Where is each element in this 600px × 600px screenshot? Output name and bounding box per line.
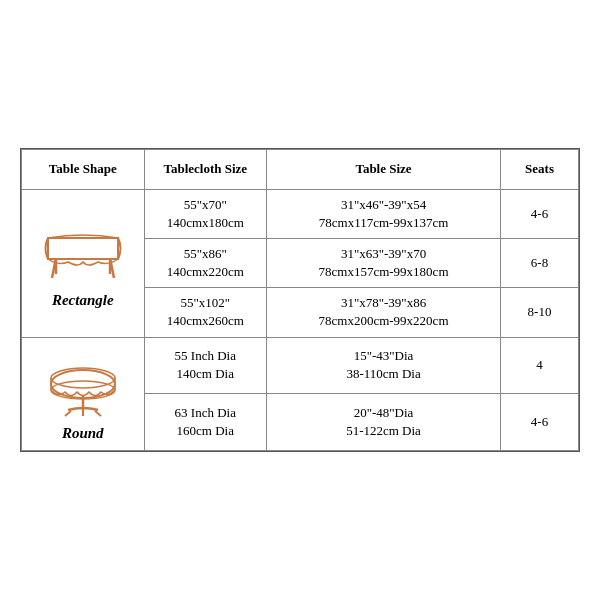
main-table: Table Shape Tablecloth Size Table Size S… — [20, 148, 580, 451]
cloth-size-cell: 55 Inch Dia 140cm Dia — [144, 337, 267, 394]
header-size: Table Size — [267, 150, 501, 189]
header-seats: Seats — [501, 150, 579, 189]
table-size-cell: 31"x46"-39"x54 78cmx117cm-99x137cm — [267, 189, 501, 238]
table-size-cell: 15"-43"Dia 38-110cm Dia — [267, 337, 501, 394]
shape-label: Rectangle — [26, 290, 140, 311]
seats-cell: 6-8 — [501, 238, 579, 287]
cloth-size-cell: 63 Inch Dia 160cm Dia — [144, 394, 267, 451]
shape-cell-round: Round — [22, 337, 145, 450]
cloth-size-cell: 55"x70" 140cmx180cm — [144, 189, 267, 238]
shape-label: Round — [26, 423, 140, 444]
shape-cell-rectangle: Rectangle — [22, 189, 145, 337]
cloth-size-cell: 55"x102" 140cmx260cm — [144, 288, 267, 337]
header-cloth: Tablecloth Size — [144, 150, 267, 189]
seats-cell: 4-6 — [501, 394, 579, 451]
seats-cell: 8-10 — [501, 288, 579, 337]
svg-line-5 — [65, 411, 71, 416]
table-size-cell: 20"-48"Dia 51-122cm Dia — [267, 394, 501, 451]
seats-cell: 4 — [501, 337, 579, 394]
table-size-cell: 31"x78"-39"x86 78cmx200cm-99x220cm — [267, 288, 501, 337]
table-size-cell: 31"x63"-39"x70 78cmx157cm-99x180cm — [267, 238, 501, 287]
svg-line-6 — [95, 411, 101, 416]
seats-cell: 4-6 — [501, 189, 579, 238]
cloth-size-cell: 55"x86" 140cmx220cm — [144, 238, 267, 287]
header-shape: Table Shape — [22, 150, 145, 189]
